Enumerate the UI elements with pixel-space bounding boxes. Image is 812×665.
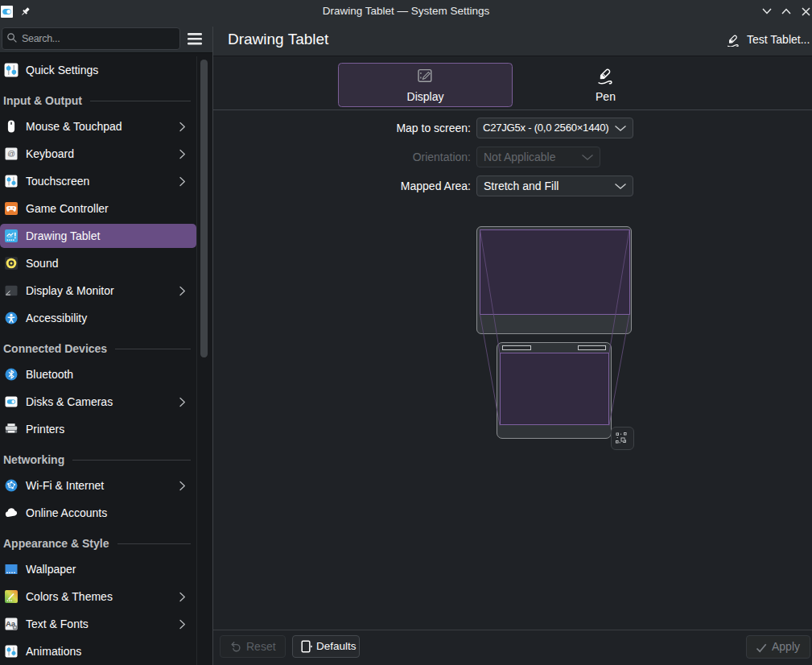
svg-text:@: @ [7,149,15,158]
